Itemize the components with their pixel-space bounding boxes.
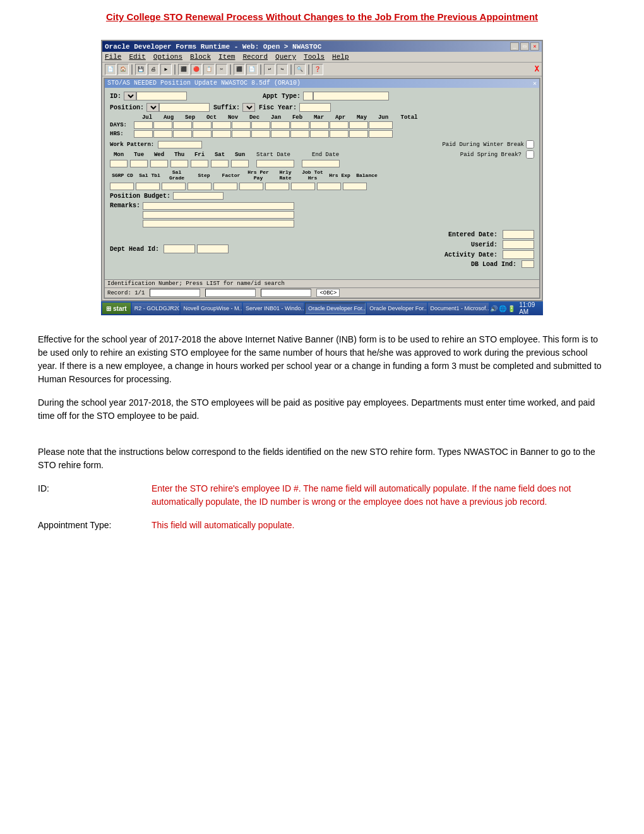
taskbar-item-oracle1[interactable]: Oracle Developer For... xyxy=(305,303,366,314)
days-dec[interactable] xyxy=(232,121,251,129)
balance-input[interactable] xyxy=(343,183,367,190)
restore-button[interactable]: ▭ xyxy=(520,42,529,51)
hrs-apr[interactable] xyxy=(310,130,329,138)
userid-input[interactable] xyxy=(503,240,534,249)
activity-date-input[interactable] xyxy=(503,250,534,259)
remarks-line-2[interactable] xyxy=(143,211,294,219)
days-mar[interactable] xyxy=(290,121,309,129)
minimize-button[interactable]: _ xyxy=(510,42,519,51)
toolbar-btn-5[interactable]: ⬛ xyxy=(178,64,189,75)
days-apr[interactable] xyxy=(310,121,329,129)
menu-query[interactable]: Query xyxy=(275,53,296,61)
id-dropdown[interactable] xyxy=(124,92,136,100)
hrs-per-pay-input[interactable] xyxy=(239,183,263,190)
form-window-close-icon[interactable]: ✕ xyxy=(533,80,537,87)
factor-input[interactable] xyxy=(213,183,237,190)
menu-edit[interactable]: Edit xyxy=(129,53,145,61)
wed-cb[interactable] xyxy=(150,160,168,167)
toolbar-btn-6[interactable]: 🔴 xyxy=(191,64,202,75)
hrs-oct[interactable] xyxy=(193,130,212,138)
menu-tools[interactable]: Tools xyxy=(304,53,325,61)
toolbar-btn-2[interactable]: 🏠 xyxy=(117,64,129,75)
tue-cb[interactable] xyxy=(130,160,148,167)
taskbar-item-novell[interactable]: Novell GroupWise - M... xyxy=(181,303,242,314)
start-button[interactable]: ⊞ start xyxy=(102,303,131,314)
work-pattern-input[interactable] xyxy=(158,141,202,148)
thu-cb[interactable] xyxy=(170,160,188,167)
end-date-input[interactable] xyxy=(302,160,340,167)
days-aug[interactable] xyxy=(153,121,172,129)
toolbar-btn-10[interactable]: 📄 xyxy=(246,64,258,75)
days-may[interactable] xyxy=(330,121,349,129)
winter-break-checkbox[interactable] xyxy=(526,140,534,148)
remarks-line-1[interactable] xyxy=(143,202,294,210)
taskbar-item-r2[interactable]: R2 - GOLDGJR20 xyxy=(132,303,180,314)
hrs-feb[interactable] xyxy=(271,130,290,138)
menu-block[interactable]: Block xyxy=(190,53,211,61)
menu-record[interactable]: Record xyxy=(242,53,268,61)
toolbar-btn-3[interactable]: 🖨 xyxy=(148,64,159,75)
menu-item[interactable]: Item xyxy=(218,53,235,61)
days-oct[interactable] xyxy=(193,121,212,129)
days-nov[interactable] xyxy=(212,121,231,129)
hrs-total[interactable] xyxy=(369,130,393,138)
hrly-rate-input[interactable] xyxy=(265,183,289,190)
toolbar-btn-4[interactable]: ▶ xyxy=(160,64,172,75)
days-jan[interactable] xyxy=(251,121,270,129)
sun-cb[interactable] xyxy=(231,160,249,167)
spring-break-checkbox[interactable] xyxy=(526,150,534,159)
toolbar-btn-undo[interactable]: ↩ xyxy=(264,64,275,75)
position-dropdown[interactable] xyxy=(146,103,159,112)
hrs-aug[interactable] xyxy=(153,130,172,138)
dept-head-input-2[interactable] xyxy=(197,245,229,253)
db-load-input[interactable] xyxy=(522,260,534,268)
hrs-mar[interactable] xyxy=(290,130,309,138)
hrs-jul[interactable] xyxy=(134,130,153,138)
fri-cb[interactable] xyxy=(191,160,208,167)
hrs-dec[interactable] xyxy=(232,130,251,138)
appt-type-input[interactable] xyxy=(313,92,389,100)
days-total[interactable] xyxy=(369,121,393,129)
entered-date-input[interactable] xyxy=(503,230,534,239)
days-feb[interactable] xyxy=(271,121,290,129)
toolbar-btn-12[interactable]: ❓ xyxy=(312,64,323,75)
hrs-sep[interactable] xyxy=(173,130,192,138)
sal-tbl-input[interactable] xyxy=(136,183,160,190)
id-input[interactable] xyxy=(136,92,187,100)
window-controls[interactable]: _ ▭ ✕ xyxy=(510,42,539,51)
hrs-exp-input[interactable] xyxy=(317,183,341,190)
days-jul[interactable] xyxy=(134,121,153,129)
sat-cb[interactable] xyxy=(211,160,229,167)
hrs-jan[interactable] xyxy=(251,130,270,138)
suffix-dropdown[interactable] xyxy=(242,103,255,112)
taskbar-item-oracle2[interactable]: Oracle Developer For... xyxy=(367,303,426,314)
toolbar-btn-7[interactable]: 📋 xyxy=(203,64,215,75)
taskbar-item-server[interactable]: Server INB01 - Windo... xyxy=(243,303,304,314)
sal-grade-input[interactable] xyxy=(162,183,186,190)
toolbar-btn-redo[interactable]: ↪ xyxy=(277,64,288,75)
start-date-input[interactable] xyxy=(256,160,294,167)
position-input[interactable] xyxy=(159,103,210,112)
toolbar-btn-11[interactable]: 🔍 xyxy=(294,64,306,75)
days-jun[interactable] xyxy=(349,121,368,129)
mon-cb[interactable] xyxy=(110,160,128,167)
job-tot-hrs-input[interactable] xyxy=(291,183,315,190)
menu-options[interactable]: Options xyxy=(153,53,182,61)
dept-head-input-1[interactable] xyxy=(164,245,195,253)
days-sep[interactable] xyxy=(173,121,192,129)
step-input[interactable] xyxy=(188,183,212,190)
toolbar-btn-save[interactable]: 💾 xyxy=(135,64,146,75)
toolbar-btn-1[interactable]: 📄 xyxy=(105,64,116,75)
sgrp-cd-input[interactable] xyxy=(110,183,134,190)
taskbar-item-document[interactable]: Document1 - Microsof... xyxy=(428,303,489,314)
hrs-may[interactable] xyxy=(330,130,349,138)
toolbar-btn-9[interactable]: ⬛ xyxy=(234,64,245,75)
toolbar-btn-8[interactable]: ✂ xyxy=(216,64,227,75)
toolbar-close[interactable]: X xyxy=(535,65,539,74)
hrs-nov[interactable] xyxy=(212,130,231,138)
appt-type-checkbox[interactable] xyxy=(303,92,313,100)
close-button[interactable]: ✕ xyxy=(530,42,539,51)
hrs-jun[interactable] xyxy=(349,130,368,138)
menu-file[interactable]: File xyxy=(105,53,121,61)
menu-help[interactable]: Help xyxy=(332,53,349,61)
